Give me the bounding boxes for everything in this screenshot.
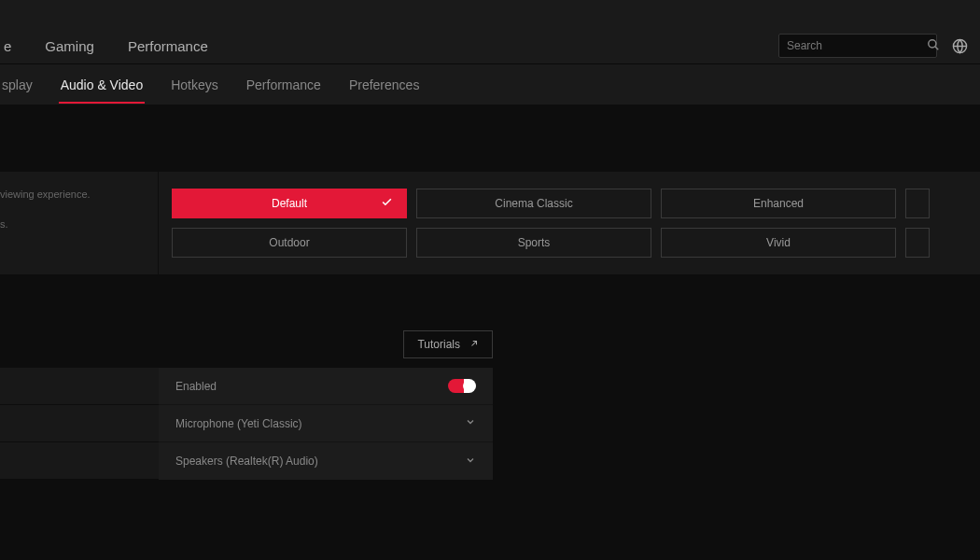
preset-label: Outdoor xyxy=(269,236,309,249)
svg-point-0 xyxy=(929,39,936,47)
chevron-down-icon xyxy=(465,455,476,469)
tab-display-partial[interactable]: splay xyxy=(0,66,35,103)
sub-nav: splay Audio & Video Hotkeys Performance … xyxy=(0,63,980,105)
audio-section-sidebar xyxy=(0,368,159,480)
preset-cinema-classic[interactable]: Cinema Classic xyxy=(416,189,651,218)
audio-enabled-toggle[interactable] xyxy=(448,379,476,393)
tab-hotkeys[interactable]: Hotkeys xyxy=(169,66,220,103)
speakers-label: Speakers (Realtek(R) Audio) xyxy=(175,455,318,468)
preset-sports[interactable]: Sports xyxy=(416,228,651,258)
preset-label: Cinema Classic xyxy=(495,197,572,210)
svg-line-1 xyxy=(935,46,939,49)
nav-item-home-partial[interactable]: e xyxy=(0,29,15,63)
main-nav: e Gaming Performance xyxy=(0,28,980,63)
preset-enhanced[interactable]: Enhanced xyxy=(661,189,896,218)
preset-section: viewing experience. s. Default Cinema Cl… xyxy=(0,172,980,274)
nav-item-gaming[interactable]: Gaming xyxy=(41,29,98,63)
preset-label: Default xyxy=(272,197,307,210)
globe-icon[interactable] xyxy=(950,36,969,55)
speakers-row[interactable]: Speakers (Realtek(R) Audio) xyxy=(159,442,493,480)
tab-audio-video[interactable]: Audio & Video xyxy=(59,66,145,103)
preset-partial-2[interactable] xyxy=(905,228,930,258)
tab-performance[interactable]: Performance xyxy=(245,66,323,103)
check-icon xyxy=(381,196,393,211)
search-box[interactable] xyxy=(778,34,937,58)
preset-desc-line1: viewing experience. xyxy=(0,189,145,200)
search-icon xyxy=(927,38,940,54)
preset-description: viewing experience. s. xyxy=(0,172,159,274)
tutorials-label: Tutorials xyxy=(417,338,460,351)
preset-outdoor[interactable]: Outdoor xyxy=(172,228,407,258)
preset-default[interactable]: Default xyxy=(172,189,407,218)
nav-item-performance[interactable]: Performance xyxy=(124,29,212,63)
microphone-row[interactable]: Microphone (Yeti Classic) xyxy=(159,405,493,442)
chevron-down-icon xyxy=(465,416,476,430)
search-input[interactable] xyxy=(787,39,927,52)
audio-settings-panel: Enabled Microphone (Yeti Classic) Speake… xyxy=(159,368,493,480)
preset-label: Enhanced xyxy=(753,197,804,210)
tutorials-button[interactable]: Tutorials xyxy=(403,330,493,358)
audio-enabled-row: Enabled xyxy=(159,368,493,405)
microphone-label: Microphone (Yeti Classic) xyxy=(175,417,302,430)
audio-enabled-label: Enabled xyxy=(175,380,217,393)
tab-preferences[interactable]: Preferences xyxy=(347,66,421,103)
preset-vivid[interactable]: Vivid xyxy=(661,228,896,258)
title-bar xyxy=(0,0,980,28)
svg-line-4 xyxy=(472,342,477,346)
preset-label: Vivid xyxy=(766,236,791,249)
preset-desc-line2: s. xyxy=(0,218,145,230)
external-link-icon xyxy=(469,338,479,351)
preset-label: Sports xyxy=(518,236,551,249)
preset-grid: Default Cinema Classic Enhanced Outdoor … xyxy=(159,172,980,274)
preset-partial-1[interactable] xyxy=(905,189,930,218)
